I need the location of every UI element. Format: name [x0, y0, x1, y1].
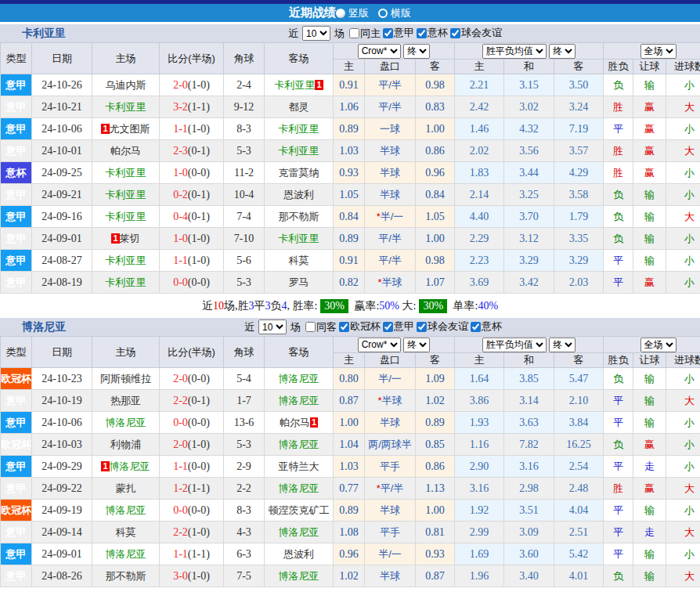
match-type: 意甲 [1, 118, 32, 140]
layout-radio-horizontal-label: 横版 [391, 6, 411, 20]
col-header-date: 日期 [32, 43, 92, 74]
team-text: 克雷莫纳 [279, 167, 319, 179]
summary-segment: 近 [202, 299, 213, 313]
team-section-header-cagliari: 卡利亚里 近 10 场 同主 意甲意杯球会友谊 [0, 24, 700, 42]
result-wdl: 平 [604, 456, 633, 478]
subcol-avg-home: 主 [455, 353, 504, 368]
results-table-cagliari: 类型 日期 主场 比分(半场) 角球 客场 Crow* 终 胜平负均值 终 全场… [0, 42, 700, 294]
result-handicap: 输 [633, 390, 666, 412]
handicap-text: 平/半 [378, 101, 402, 113]
match-score: 1-0(0-0) [160, 162, 224, 184]
same-venue-checkbox[interactable] [349, 28, 359, 38]
odds-home-value: 1.00 [334, 412, 365, 434]
team-text: 卡利亚里 [274, 79, 315, 91]
away-team: 克雷莫纳 [265, 162, 334, 184]
corners-value: 8-3 [224, 500, 265, 522]
league-checkbox[interactable] [417, 28, 427, 38]
full-time-score: 3-2 [173, 101, 188, 113]
col-header-score: 比分(半场) [160, 337, 224, 368]
scope-select[interactable]: 全场 [640, 44, 677, 59]
scope-select[interactable]: 全场 [640, 338, 677, 352]
league-checkbox[interactable] [383, 322, 393, 332]
odds-group-header: Crow* 终 [334, 43, 455, 60]
summary-segment: 40% [478, 300, 498, 312]
team-text: 帕尔马 [280, 417, 310, 428]
league-checkbox-group: 意甲意杯球会友谊 [381, 26, 502, 41]
league-checkbox[interactable] [339, 322, 349, 332]
odds-home-value: 0.89 [334, 228, 365, 250]
avg-draw-value: 3.14 [504, 390, 554, 412]
team-text: 蒙扎 [116, 482, 136, 494]
odds-away-value: 1.13 [416, 478, 455, 500]
match-date: 24-08-27 [32, 250, 92, 272]
match-type: 意甲 [1, 478, 32, 500]
layout-radio-vertical[interactable] [336, 9, 345, 18]
result-goals: 小 [666, 434, 700, 456]
recent-count-select[interactable]: 10 [258, 319, 287, 334]
summary-segment: 30% [320, 299, 348, 313]
match-row: 欧冠杯24-10-03利物浦2-0(1-0)5-3博洛尼亚1.04两/两球半0.… [1, 434, 700, 456]
col-header-home: 主场 [92, 337, 160, 368]
odds-stage-select[interactable]: 终 [403, 44, 430, 59]
league-option: 球会友谊 [417, 319, 468, 334]
team-text: 卡利亚里 [106, 101, 146, 113]
handicap-text: 平/半 [381, 482, 404, 494]
layout-radio-horizontal[interactable] [378, 9, 388, 18]
half-time-score: (0-1) [188, 145, 210, 157]
odds-provider-select[interactable]: Crow* [358, 338, 401, 352]
result-goals: 大 [666, 478, 700, 500]
result-wdl: 平 [604, 390, 633, 412]
red-card-badge: 1 [315, 80, 323, 90]
team-text: 博洛尼亚 [110, 460, 150, 472]
result-goals: 小 [666, 412, 700, 434]
team-text: 卡利亚里 [106, 254, 146, 266]
away-team: 恩波利 [265, 184, 334, 206]
avg-away-value: 4.04 [554, 500, 604, 522]
odds-provider-select[interactable]: Crow* [358, 44, 401, 59]
result-wdl: 平 [604, 250, 633, 272]
match-type: 欧冠杯 [1, 434, 32, 456]
league-checkbox[interactable] [383, 28, 393, 38]
avg-type-select[interactable]: 胜平负均值 [482, 338, 547, 352]
team-text: 罗马 [289, 276, 309, 288]
match-score: 3-0(1-0) [160, 565, 224, 587]
team-text: 都灵 [289, 101, 309, 113]
league-checkbox[interactable] [450, 28, 460, 38]
avg-away-value: 2.10 [554, 390, 604, 412]
same-venue-checkbox[interactable] [305, 322, 316, 332]
handicap-text: 平/半 [378, 79, 402, 91]
league-checkbox[interactable] [417, 322, 427, 332]
match-row: 意甲24-10-19热那亚2-2(0-1)1-7博洛尼亚0.87*半球1.023… [1, 390, 700, 412]
odds-stage-select[interactable]: 终 [403, 338, 430, 352]
match-date: 24-09-19 [32, 500, 92, 522]
match-type: 意甲 [1, 522, 32, 543]
avg-away-value: 16.25 [554, 434, 604, 456]
team-text: 卡利亚里 [106, 167, 146, 179]
home-team: 卡利亚里 [92, 206, 160, 228]
recent-count-select[interactable]: 10 [302, 26, 330, 41]
team-text: 莱切 [120, 233, 140, 244]
avg-draw-value: 3.25 [504, 184, 554, 206]
avg-draw-value: 3.63 [504, 412, 554, 434]
corners-value: 1-7 [224, 390, 265, 412]
avg-home-value: 2.14 [455, 184, 504, 206]
odds-away-value: 1.05 [416, 206, 455, 228]
avg-stage-select[interactable]: 终 [549, 338, 576, 352]
subcol-handicap: 盘口 [365, 353, 416, 368]
league-checkbox[interactable] [471, 322, 481, 332]
team-text: 那不勒斯 [106, 570, 146, 582]
result-goals: 大 [666, 390, 700, 412]
full-time-score: 2-2 [173, 526, 188, 538]
league-option: 意甲 [383, 319, 414, 334]
match-type: 意甲 [1, 228, 32, 250]
avg-type-select[interactable]: 胜平负均值 [482, 44, 547, 59]
league-option: 意甲 [383, 26, 414, 40]
avg-away-value: 3.57 [554, 140, 604, 162]
odds-home-value: 1.06 [334, 96, 365, 118]
avg-stage-select[interactable]: 终 [549, 44, 576, 59]
match-score: 2-3(0-1) [160, 140, 224, 162]
half-time-score: (1-1) [188, 482, 210, 494]
match-date: 24-09-25 [32, 162, 92, 184]
result-goals: 大 [666, 206, 700, 228]
league-label: 球会友谊 [461, 26, 502, 40]
